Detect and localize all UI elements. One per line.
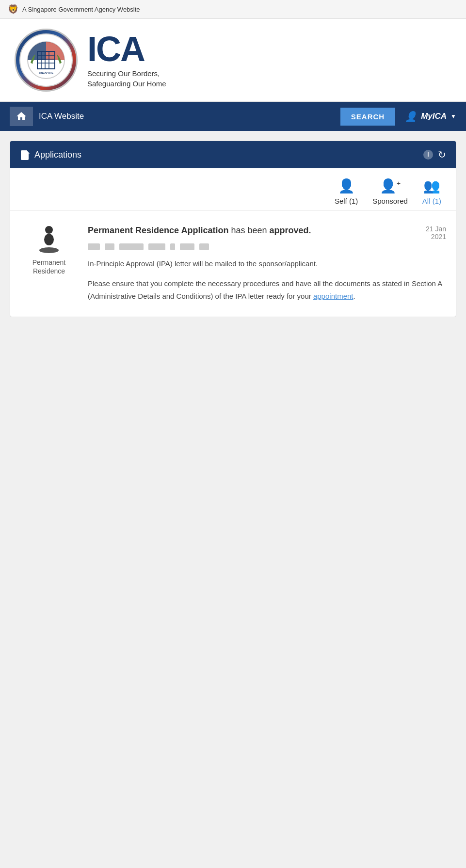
app-details: Permanent Residence Application has been… xyxy=(88,225,446,302)
tab-all-icon: 👥 xyxy=(423,178,440,194)
ica-crest-svg: SINGAPORE xyxy=(27,41,65,80)
redacted-ref-1 xyxy=(88,243,100,250)
lion-icon: 🦁 xyxy=(8,4,18,15)
home-nav-item[interactable]: ICA Website xyxy=(10,107,84,126)
app-ref-row xyxy=(88,243,446,250)
pr-figure-icon xyxy=(37,225,61,254)
document-icon xyxy=(20,149,30,160)
site-header: SINGAPORE ICA Securing Our Borders, Safe… xyxy=(0,19,466,102)
tab-sponsored[interactable]: 👤+ Sponsored xyxy=(372,178,408,205)
svg-point-9 xyxy=(45,226,53,234)
tab-sponsored-label: Sponsored xyxy=(372,197,408,205)
app-title-row: Permanent Residence Application has been… xyxy=(88,225,446,241)
ica-logo-inner: SINGAPORE xyxy=(19,33,73,87)
myica-label: MyICA xyxy=(421,112,447,121)
gov-bar-text: A Singapore Government Agency Website xyxy=(22,6,140,13)
tab-all-label: All (1) xyxy=(422,197,441,205)
tab-self-icon: 👤 xyxy=(338,178,355,194)
myica-user-icon: 👤 xyxy=(405,111,417,122)
search-button[interactable]: SEARCH xyxy=(340,108,395,126)
ica-title: ICA xyxy=(87,32,166,66)
ica-subtitle: Securing Our Borders, Safeguarding Our H… xyxy=(87,68,166,89)
person-standing-icon xyxy=(37,225,61,254)
redacted-ref-4 xyxy=(148,243,165,250)
home-icon xyxy=(16,111,27,122)
app-title-text: Permanent Residence Application xyxy=(88,225,228,235)
ica-logo-circle: SINGAPORE xyxy=(15,29,78,92)
home-icon-box xyxy=(10,107,33,126)
app-type-label: Permanent Residence xyxy=(32,258,65,275)
app-approved-status: approved. xyxy=(270,225,311,235)
tab-self-label: Self (1) xyxy=(335,197,358,205)
svg-point-11 xyxy=(39,247,59,253)
tab-all[interactable]: 👥 All (1) xyxy=(422,178,441,205)
ensure-notice-text: Please ensure that you complete the nece… xyxy=(88,277,446,302)
redacted-ref-7 xyxy=(199,243,209,250)
app-date: 21 Jan 2021 xyxy=(426,225,446,241)
ipa-notice-text: In-Principle Approval (IPA) letter will … xyxy=(88,258,446,270)
redacted-ref-3 xyxy=(119,243,144,250)
ica-brand: ICA Securing Our Borders, Safeguarding O… xyxy=(87,32,166,89)
app-icon-col: Permanent Residence xyxy=(20,225,78,302)
redacted-ref-6 xyxy=(180,243,194,250)
tab-self[interactable]: 👤 Self (1) xyxy=(335,178,358,205)
app-title: Permanent Residence Application has been… xyxy=(88,225,311,236)
myica-chevron-icon: ▼ xyxy=(450,113,456,120)
myica-button[interactable]: 👤 MyICA ▼ xyxy=(405,111,456,122)
main-content: Applications i ↻ 👤 Self (1) 👤+ Sponsored… xyxy=(0,131,466,327)
applications-title: Applications xyxy=(34,150,418,160)
svg-point-10 xyxy=(44,234,54,245)
application-entry: Permanent Residence Permanent Residence … xyxy=(10,210,456,317)
refresh-icon[interactable]: ↻ xyxy=(438,149,446,161)
home-nav-label: ICA Website xyxy=(39,112,84,121)
gov-bar: 🦁 A Singapore Government Agency Website xyxy=(0,0,466,19)
redacted-ref-5 xyxy=(170,243,175,250)
applications-panel: Applications i ↻ 👤 Self (1) 👤+ Sponsored… xyxy=(10,141,456,317)
svg-text:SINGAPORE: SINGAPORE xyxy=(39,71,54,74)
tab-sponsored-icon: 👤+ xyxy=(380,178,401,194)
info-icon[interactable]: i xyxy=(423,150,433,160)
tabs-row: 👤 Self (1) 👤+ Sponsored 👥 All (1) xyxy=(10,168,456,210)
applications-header: Applications i ↻ xyxy=(10,141,456,168)
nav-bar: ICA Website SEARCH 👤 MyICA ▼ xyxy=(0,102,466,131)
redacted-ref-2 xyxy=(105,243,114,250)
appointment-link[interactable]: appointment xyxy=(313,292,354,300)
